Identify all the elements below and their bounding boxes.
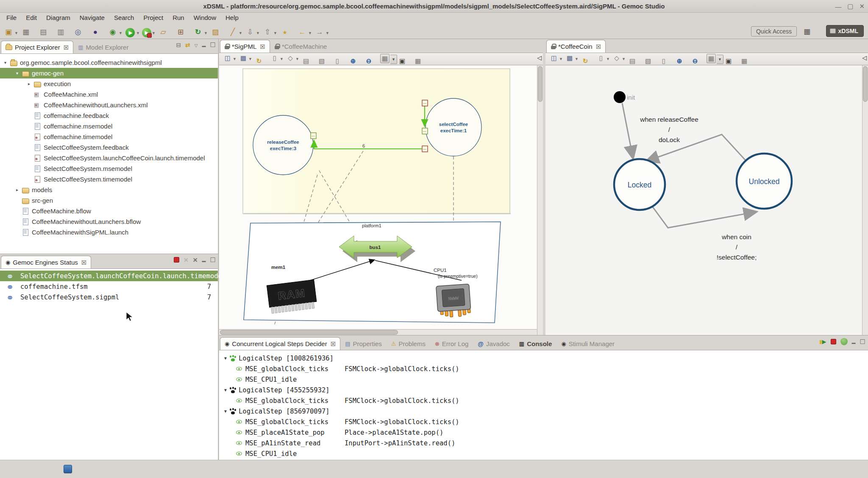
open-perspective-icon[interactable] (801, 26, 812, 37)
dropdown-arrow-icon[interactable] (637, 52, 642, 63)
import-icon[interactable] (245, 26, 256, 37)
logical-step-row[interactable]: ▼LogicalStep [1008261936] (219, 353, 868, 363)
tree-item[interactable]: coffemachine.timemodel (0, 131, 218, 142)
refresh-icon[interactable] (192, 26, 203, 37)
dropdown-arrow-icon[interactable] (101, 23, 106, 34)
dropdown-arrow-icon[interactable]: ▼ (136, 28, 140, 39)
open-resource-icon[interactable] (210, 26, 221, 37)
close-window-icon[interactable]: ✕ (859, 3, 865, 10)
dropdown-arrow-icon[interactable] (423, 52, 427, 63)
mse-action-row[interactable]: MSE_placeA1State_popPlace->placeA1State.… (219, 427, 868, 438)
engine-row[interactable]: ⚙⚙SelectCoffeeSystem.sigpml7 (0, 292, 218, 302)
menu-item[interactable]: Project (139, 13, 168, 22)
zoom-combo-icon[interactable] (707, 54, 716, 63)
tree-item[interactable]: CoffeeMachinewithoutLaunchers.xml (0, 100, 218, 110)
distribute-icon[interactable] (286, 53, 295, 63)
dropdown-arrow-icon[interactable]: ▼ (256, 28, 260, 39)
dropdown-arrow-icon[interactable] (669, 52, 673, 63)
tree-item[interactable]: CoffeeMachinewithoutLaunchers.bflow (0, 216, 218, 227)
new-wizard-icon[interactable] (3, 26, 14, 37)
refresh-model-icon[interactable] (581, 56, 590, 66)
menu-item[interactable]: Window (189, 13, 221, 22)
port-input-left[interactable] (311, 133, 316, 139)
logical-step-row[interactable]: ▼LogicalStep [856970097] (219, 406, 868, 417)
maximize-icon[interactable] (210, 42, 216, 48)
dropdown-arrow-icon[interactable] (186, 23, 191, 34)
minimize-icon[interactable] (202, 257, 206, 263)
clipboard-icon[interactable] (659, 56, 668, 66)
menu-item[interactable]: Diagram (42, 13, 75, 22)
back-icon[interactable] (297, 27, 308, 38)
dropdown-arrow-icon[interactable] (734, 52, 738, 63)
restore-pane-icon[interactable]: ◁ (537, 54, 542, 61)
view-tab[interactable]: Gemoc Engines Status☒ (1, 256, 91, 268)
tree-item[interactable]: ▸execution (0, 78, 218, 89)
expand-arrow-icon[interactable]: ▸ (28, 81, 34, 86)
sigpml-horizontal-scrollbar[interactable] (219, 329, 537, 335)
dropdown-arrow-icon[interactable] (221, 23, 225, 34)
dropdown-arrow-icon[interactable]: ▼ (559, 53, 563, 64)
tree-item[interactable]: CoffeeMachine.bflow (0, 206, 218, 216)
mse-action-row[interactable]: MSE_globalClock_ticksFSMClock->globalClo… (219, 363, 868, 374)
dropdown-arrow-icon[interactable]: ▼ (390, 55, 397, 64)
tree-item[interactable]: SelectCoffeeSystem.launchCoffeeCoin.laun… (0, 153, 218, 163)
arrange-icon[interactable] (223, 53, 232, 63)
zoom-combo-icon[interactable] (380, 54, 389, 63)
tree-item[interactable]: SelectCoffeeSystem.timemodel (0, 174, 218, 184)
new-launch-icon[interactable] (158, 26, 169, 37)
view-menu-icon[interactable] (195, 42, 198, 48)
dropdown-arrow-icon[interactable] (49, 23, 53, 34)
tree-item[interactable]: ▾org.gemoc.sample.bcool.coffeemachinewit… (0, 57, 218, 68)
menu-item[interactable]: Run (168, 13, 189, 22)
dropdown-arrow-icon[interactable] (264, 52, 268, 63)
resume-icon[interactable] (819, 339, 826, 344)
refresh-model-icon[interactable] (254, 56, 264, 66)
restore-pane-icon[interactable]: ◁ (862, 54, 867, 61)
mse-action-row[interactable]: MSE_CPU1_idle (219, 374, 868, 385)
port-input-mid[interactable] (422, 128, 428, 134)
zoom-in-icon[interactable] (348, 56, 358, 66)
mse-action-row[interactable]: MSE_globalClock_ticksFSMClock->globalClo… (219, 417, 868, 427)
view-tab[interactable]: Project Explorer☒ (1, 41, 73, 53)
editor-tab[interactable]: *CoffeeCoin☒ (546, 40, 606, 53)
save-icon[interactable] (20, 26, 31, 37)
filters-icon[interactable] (565, 53, 574, 63)
view-tab[interactable]: Problems☒ (387, 337, 430, 350)
initial-state-dot[interactable] (614, 91, 626, 103)
page-setup-icon[interactable] (301, 56, 311, 66)
view-tab[interactable]: Concurrent Logical Steps Decider☒ (220, 337, 340, 350)
expand-arrow-icon[interactable]: ▾ (16, 71, 22, 75)
expand-arrow-icon[interactable]: ▼ (224, 409, 227, 414)
dropdown-arrow-icon[interactable] (67, 23, 71, 34)
minimize-window-icon[interactable]: — (835, 3, 841, 10)
decider-shield-icon[interactable] (840, 338, 848, 345)
mse-action-row[interactable]: MSE_CPU1_idle (219, 448, 868, 459)
tree-item[interactable]: SelectCoffeeSystem.msemodel (0, 163, 218, 174)
sigpml-diagram-canvas[interactable]: releaseCoffee execTime:3 selectCoffee ex… (219, 65, 537, 329)
view-tab[interactable]: Properties☒ (340, 337, 387, 350)
tree-item[interactable]: CoffeeMachine.xml (0, 89, 218, 100)
run-history-icon[interactable] (142, 28, 151, 37)
tree-item[interactable]: ▸models (0, 184, 218, 195)
status-blue-icon[interactable] (64, 465, 72, 473)
view-tab[interactable]: Console☒ (515, 337, 556, 350)
logical-step-row[interactable]: ▼LogicalStep [455255932] (219, 385, 868, 395)
close-tab-icon[interactable]: ☒ (260, 43, 265, 50)
tree-item[interactable]: ▾gemoc-gen (0, 68, 218, 78)
page-setup-icon[interactable] (628, 56, 637, 66)
port-output-bottom[interactable] (422, 146, 428, 152)
maximize-window-icon[interactable]: ▢ (847, 3, 853, 10)
menu-item[interactable]: File (2, 13, 21, 22)
export-diagram-icon[interactable] (643, 56, 653, 66)
save-all-icon[interactable] (38, 26, 49, 37)
debug-target-icon[interactable] (90, 27, 101, 38)
expand-arrow-icon[interactable]: ▼ (224, 388, 227, 392)
dropdown-arrow-icon[interactable]: ▼ (248, 53, 253, 64)
dropdown-arrow-icon[interactable] (684, 52, 689, 63)
close-tab-icon[interactable]: ☒ (331, 341, 336, 347)
expand-arrow-icon[interactable]: ▾ (4, 60, 10, 65)
dropdown-arrow-icon[interactable]: ▼ (326, 28, 330, 39)
dropdown-arrow-icon[interactable] (749, 52, 754, 63)
dropdown-arrow-icon[interactable] (311, 52, 315, 63)
maximize-icon[interactable] (860, 338, 865, 345)
